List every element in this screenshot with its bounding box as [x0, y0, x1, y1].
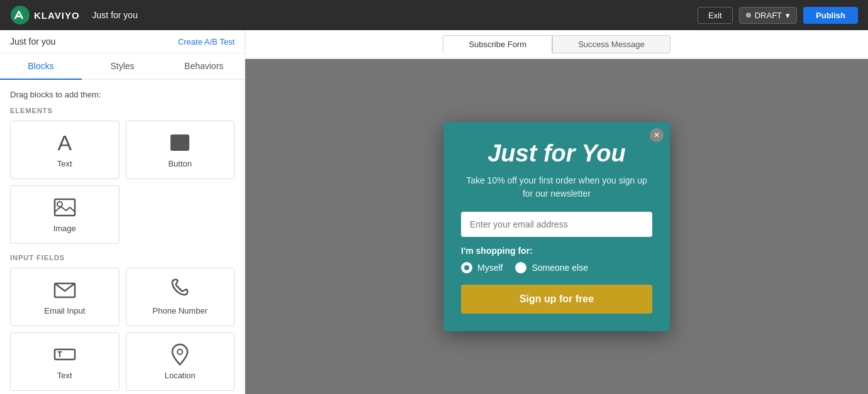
button-block-item[interactable]: Button [126, 121, 235, 179]
button-icon [169, 131, 191, 154]
publish-button[interactable]: Publish [803, 7, 858, 24]
phone-icon [169, 278, 191, 301]
tab-behaviors[interactable]: Behaviors [163, 53, 245, 80]
preview-area: Subscribe Form Success Message ✕ Just fo… [245, 30, 868, 394]
svg-point-7 [177, 349, 182, 354]
close-icon: ✕ [654, 131, 660, 140]
text-input-block[interactable]: Text [10, 332, 120, 391]
email-input-field[interactable] [461, 212, 652, 237]
cta-button[interactable]: Sign up for free [461, 285, 652, 314]
tab-styles[interactable]: Styles [82, 53, 164, 80]
draft-label: DRAFT [755, 11, 782, 20]
text-input-icon [53, 343, 76, 366]
phone-input-label: Phone Number [153, 306, 208, 315]
modal-popup: ✕ Just for You Take 10% off your first o… [443, 122, 670, 332]
text-block-label: Text [57, 159, 72, 168]
text-icon: A [53, 131, 76, 154]
button-block-label: Button [168, 159, 192, 168]
text-input-label: Text [57, 371, 72, 380]
modal-close-button[interactable]: ✕ [650, 128, 664, 142]
nav-right: Exit DRAFT ▾ Publish [698, 7, 858, 24]
modal-subtitle: Take 10% off your first order when you s… [461, 174, 652, 200]
svg-rect-4 [55, 349, 75, 359]
radio-myself-circle [461, 262, 472, 273]
preview-canvas: ✕ Just for You Take 10% off your first o… [245, 59, 868, 394]
modal-title: Just for You [461, 141, 652, 167]
svg-rect-1 [55, 199, 75, 216]
radio-myself-label: Myself [477, 263, 503, 273]
radio-myself[interactable]: Myself [461, 262, 503, 273]
main-layout: Just for you Create A/B Test Blocks Styl… [0, 30, 868, 394]
email-input-block[interactable]: Email Input [10, 268, 120, 326]
elements-grid: A Text Button [10, 121, 235, 244]
image-block-label: Image [53, 224, 76, 233]
location-input-label: Location [165, 371, 196, 380]
drag-label: Drag blocks to add them: [10, 90, 235, 99]
klaviyo-logo: KLAVIYO [10, 5, 80, 25]
subscribe-form-tab[interactable]: Subscribe Form [443, 35, 552, 53]
radio-group: I'm shopping for: Myself Someone else [461, 246, 652, 273]
success-message-tab[interactable]: Success Message [552, 35, 670, 53]
panel-title: Just for you [10, 36, 55, 47]
svg-point-2 [57, 202, 62, 207]
input-fields-grid: Email Input Phone Number [10, 268, 235, 391]
location-input-block[interactable]: Location [126, 332, 235, 391]
radio-options: Myself Someone else [461, 262, 652, 273]
input-fields-label: INPUT FIELDS [10, 254, 235, 261]
panel-content: Drag blocks to add them: ELEMENTS A Text… [0, 80, 245, 394]
exit-button[interactable]: Exit [698, 7, 733, 24]
brand-name: KLAVIYO [34, 10, 80, 21]
text-block-item[interactable]: A Text [10, 121, 120, 179]
preview-tabs: Subscribe Form Success Message [245, 30, 868, 59]
elements-label: ELEMENTS [10, 107, 235, 114]
email-icon [53, 278, 76, 301]
tabs-bar: Blocks Styles Behaviors [0, 53, 245, 80]
phone-input-block[interactable]: Phone Number [126, 268, 235, 326]
location-icon [169, 343, 191, 366]
image-block-item[interactable]: Image [10, 185, 120, 244]
create-ab-link[interactable]: Create A/B Test [178, 37, 235, 47]
draft-dropdown[interactable]: DRAFT ▾ [739, 7, 797, 24]
left-panel: Just for you Create A/B Test Blocks Styl… [0, 30, 245, 394]
radio-someone-else[interactable]: Someone else [515, 262, 588, 273]
nav-left: KLAVIYO Just for you [10, 5, 138, 25]
chevron-down-icon: ▾ [786, 11, 790, 20]
nav-page-title: Just for you [92, 10, 138, 20]
top-nav: KLAVIYO Just for you Exit DRAFT ▾ Publis… [0, 0, 868, 30]
image-icon [53, 196, 76, 219]
email-input-label: Email Input [44, 306, 85, 315]
radio-someone-label: Someone else [531, 263, 588, 273]
tab-blocks[interactable]: Blocks [0, 53, 82, 80]
draft-status-dot [746, 13, 751, 18]
radio-group-label: I'm shopping for: [461, 246, 652, 256]
panel-header: Just for you Create A/B Test [0, 30, 245, 53]
radio-someone-circle [515, 262, 526, 273]
